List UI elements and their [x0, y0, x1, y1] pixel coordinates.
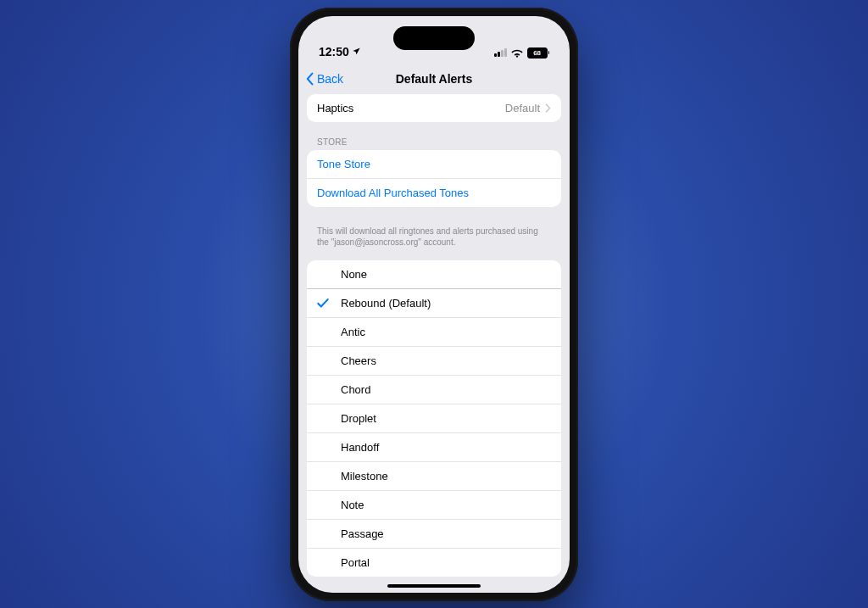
tone-row-selected[interactable]: Rebound (Default) [307, 288, 561, 317]
phone-screen: 12:50 68 [298, 16, 570, 593]
tone-row[interactable]: Handoff [307, 432, 561, 461]
page-title: Default Alerts [298, 72, 570, 86]
download-all-label: Download All Purchased Tones [317, 187, 551, 199]
download-all-row[interactable]: Download All Purchased Tones [307, 178, 561, 207]
haptics-value: Default [505, 102, 540, 114]
chevron-right-icon [540, 103, 551, 113]
tone-label-none: None [341, 268, 551, 281]
location-icon [352, 47, 361, 56]
tone-store-label: Tone Store [317, 158, 551, 170]
battery-icon: 68 [527, 47, 550, 59]
battery-level: 68 [527, 47, 548, 59]
stage: 12:50 68 [0, 0, 868, 608]
tone-label: Droplet [341, 412, 551, 425]
tone-label: Antic [341, 326, 551, 338]
dynamic-island [393, 26, 475, 50]
tone-label: Note [341, 499, 551, 511]
tone-row[interactable]: Antic [307, 317, 561, 346]
status-left: 12:50 [319, 45, 361, 59]
tone-row[interactable]: Passage [307, 519, 561, 548]
tone-label-selected: Rebound (Default) [341, 297, 551, 310]
tones-group: None Rebound (Default) Antic Cheers Chor… [307, 260, 561, 577]
tone-label: Milestone [341, 470, 551, 482]
tone-row[interactable]: Portal [307, 548, 561, 577]
tone-row[interactable]: Droplet [307, 404, 561, 432]
tone-label: Cheers [341, 354, 551, 367]
checkmark-icon [317, 298, 329, 309]
tone-label: Chord [341, 383, 551, 396]
haptics-label: Haptics [317, 102, 505, 114]
store-group: Tone Store Download All Purchased Tones [307, 150, 561, 207]
tone-row[interactable]: Note [307, 490, 561, 519]
phone-frame: 12:50 68 [290, 8, 578, 601]
tone-store-row[interactable]: Tone Store [307, 150, 561, 178]
cellular-icon [494, 48, 507, 57]
tone-label: Passage [341, 527, 551, 540]
haptics-group: Haptics Default [307, 94, 561, 122]
wifi-icon [511, 48, 523, 58]
home-indicator[interactable] [387, 584, 481, 588]
tone-label: Handoff [341, 441, 551, 454]
status-right: 68 [494, 47, 549, 59]
store-footer: This will download all ringtones and ale… [298, 222, 570, 260]
tone-row[interactable]: Cheers [307, 346, 561, 375]
tone-row-none[interactable]: None [307, 260, 561, 288]
tone-row[interactable]: Milestone [307, 461, 561, 490]
store-header: STORE [298, 137, 570, 150]
status-time: 12:50 [319, 45, 349, 59]
tone-row[interactable]: Chord [307, 375, 561, 404]
tone-label: Portal [341, 556, 551, 569]
content-area: Haptics Default STORE Tone Store Downloa… [298, 89, 570, 593]
haptics-row[interactable]: Haptics Default [307, 94, 561, 122]
